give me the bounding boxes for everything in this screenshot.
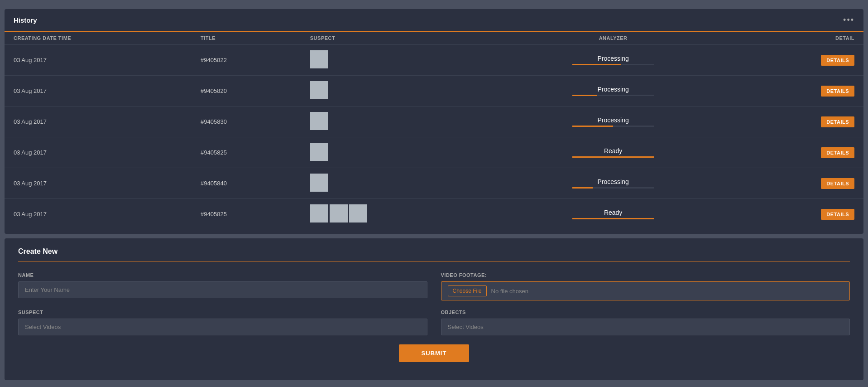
table-row: 03 Aug 2017#9405825 Ready DETAILS: [5, 137, 863, 168]
suspect-thumbnail: [310, 112, 328, 130]
video-group: VIDEO FOOTAGE: Choose File No file chose…: [441, 272, 850, 300]
analyzer-status: Processing: [499, 178, 727, 185]
progress-bar-container: [572, 95, 654, 96]
suspect-thumbnail: [310, 50, 328, 68]
file-name-display: No file chosen: [491, 288, 528, 295]
analyzer-status: Processing: [499, 55, 727, 62]
table-row: 03 Aug 2017#9405825 Ready DETAILS: [5, 199, 863, 230]
analyzer-status: Ready: [499, 147, 727, 155]
progress-bar-container: [572, 187, 654, 189]
table-row: 03 Aug 2017#9405830 Processing DETAILS: [5, 106, 863, 137]
table-row: 03 Aug 2017#9405822 Processing DETAILS: [5, 45, 863, 76]
row-detail: DETAILS: [736, 168, 863, 199]
details-button[interactable]: DETAILS: [821, 209, 854, 220]
suspect-group: SUSPECT: [18, 310, 427, 335]
suspect-thumbnail: [310, 81, 328, 99]
row-detail: DETAILS: [736, 106, 863, 137]
name-label: NAME: [18, 272, 427, 278]
create-title: Create New: [18, 247, 850, 261]
row-title: #9405830: [192, 106, 301, 137]
progress-bar-container: [572, 64, 654, 65]
objects-label: OBJECTS: [441, 310, 850, 315]
col-header-title: TITLE: [192, 32, 301, 45]
history-section: History ••• CREATING DATE TIME TITLE SUS…: [5, 9, 863, 234]
row-analyzer: Ready: [490, 137, 736, 168]
suspect-thumbnail: [349, 204, 367, 223]
row-detail: DETAILS: [736, 199, 863, 230]
form-row-1: NAME VIDEO FOOTAGE: Choose File No file …: [18, 272, 850, 300]
history-header: History •••: [5, 9, 863, 31]
table-row: 03 Aug 2017#9405820 Processing DETAILS: [5, 76, 863, 106]
row-date: 03 Aug 2017: [5, 76, 192, 106]
suspect-thumbnail: [310, 204, 328, 223]
row-detail: DETAILS: [736, 45, 863, 76]
row-title: #9405840: [192, 168, 301, 199]
row-title: #9405825: [192, 137, 301, 168]
col-header-date: CREATING DATE TIME: [5, 32, 192, 45]
table-row: 03 Aug 2017#9405840 Processing DETAILS: [5, 168, 863, 199]
col-header-detail: DETAIL: [736, 32, 863, 45]
row-analyzer: Processing: [490, 76, 736, 106]
video-label: VIDEO FOOTAGE:: [441, 272, 850, 278]
col-header-suspect: SUSPECT: [301, 32, 490, 45]
row-title: #9405822: [192, 45, 301, 76]
name-group: NAME: [18, 272, 427, 300]
history-title: History: [14, 16, 37, 24]
choose-file-button[interactable]: Choose File: [448, 285, 487, 296]
analyzer-status: Ready: [499, 209, 727, 216]
suspect-thumbnail: [310, 143, 328, 161]
progress-bar-fill: [572, 126, 613, 127]
form-row-2: SUSPECT OBJECTS: [18, 310, 850, 335]
row-suspect: [301, 45, 490, 76]
row-title: #9405825: [192, 199, 301, 230]
row-analyzer: Ready: [490, 199, 736, 230]
progress-bar-fill: [572, 95, 597, 96]
create-section: Create New NAME VIDEO FOOTAGE: Choose Fi…: [5, 238, 863, 380]
progress-bar-fill: [572, 64, 621, 65]
row-suspect: [301, 137, 490, 168]
history-table: CREATING DATE TIME TITLE SUSPECT ANALYZE…: [5, 31, 863, 229]
row-date: 03 Aug 2017: [5, 45, 192, 76]
progress-bar-fill: [572, 187, 593, 189]
row-title: #9405820: [192, 76, 301, 106]
file-input-wrapper: Choose File No file chosen: [441, 281, 850, 300]
objects-input[interactable]: [441, 319, 850, 335]
details-button[interactable]: DETAILS: [821, 147, 854, 158]
progress-bar-container: [572, 218, 654, 219]
row-date: 03 Aug 2017: [5, 137, 192, 168]
row-detail: DETAILS: [736, 137, 863, 168]
row-suspect: [301, 76, 490, 106]
name-input[interactable]: [18, 281, 427, 298]
row-detail: DETAILS: [736, 76, 863, 106]
details-button[interactable]: DETAILS: [821, 178, 854, 189]
objects-group: OBJECTS: [441, 310, 850, 335]
suspect-input[interactable]: [18, 319, 427, 335]
row-analyzer: Processing: [490, 106, 736, 137]
details-button[interactable]: DETAILS: [821, 86, 854, 97]
suspect-thumbnail: [310, 174, 328, 192]
suspect-thumbnail: [330, 204, 348, 223]
progress-bar-container: [572, 126, 654, 127]
suspect-label: SUSPECT: [18, 310, 427, 315]
submit-button[interactable]: SUBMIT: [399, 344, 470, 362]
progress-bar-fill: [572, 156, 654, 158]
row-suspect: [301, 168, 490, 199]
row-analyzer: Processing: [490, 168, 736, 199]
row-date: 03 Aug 2017: [5, 199, 192, 230]
details-button[interactable]: DETAILS: [821, 55, 854, 66]
progress-bar-container: [572, 156, 654, 158]
progress-bar-fill: [572, 218, 654, 219]
more-options-icon[interactable]: •••: [843, 15, 854, 25]
analyzer-status: Processing: [499, 86, 727, 93]
row-analyzer: Processing: [490, 45, 736, 76]
details-button[interactable]: DETAILS: [821, 116, 854, 127]
submit-row: SUBMIT: [18, 344, 850, 362]
row-suspect: [301, 106, 490, 137]
col-header-analyzer: ANALYZER: [490, 32, 736, 45]
row-date: 03 Aug 2017: [5, 106, 192, 137]
row-date: 03 Aug 2017: [5, 168, 192, 199]
analyzer-status: Processing: [499, 116, 727, 124]
row-suspect: [301, 199, 490, 230]
